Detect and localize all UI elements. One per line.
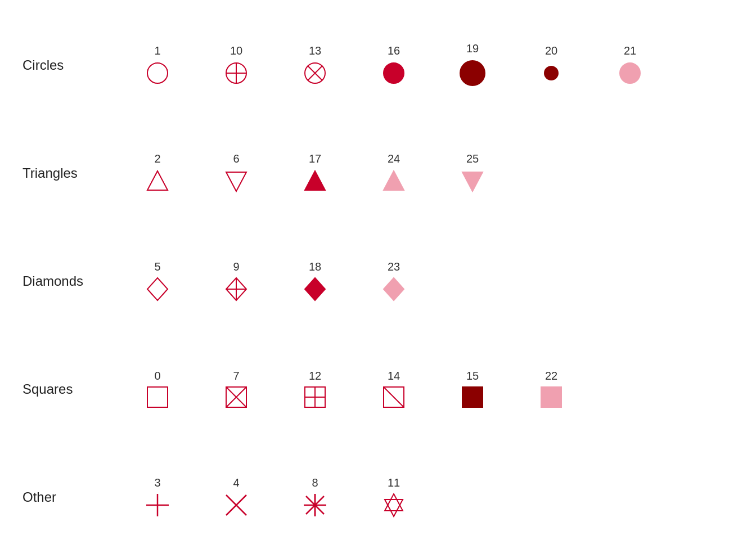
cell-21: 21 [591, 45, 669, 86]
cell-15: 15 [433, 370, 512, 408]
symbol-square-empty [146, 386, 169, 408]
symbol-square-cross [304, 386, 326, 408]
cell-3: 3 [118, 477, 197, 518]
symbol-diamond-empty [145, 277, 170, 302]
number-18: 18 [309, 261, 321, 272]
cell-6: 6 [197, 153, 276, 194]
svg-marker-13 [305, 171, 325, 190]
symbol-circle-filled-large [458, 58, 487, 88]
symbol-triangle-up-empty [145, 169, 170, 194]
svg-point-8 [460, 61, 485, 86]
symbol-circle-x [303, 61, 327, 86]
number-11: 11 [388, 477, 400, 488]
number-24: 24 [388, 153, 400, 164]
cell-0: 0 [118, 370, 197, 408]
cell-25: 25 [433, 153, 512, 194]
cell-24: 24 [354, 153, 433, 194]
svg-marker-20 [305, 278, 325, 300]
svg-point-0 [147, 63, 168, 83]
number-9: 9 [233, 261, 239, 272]
cell-11: 11 [354, 477, 433, 518]
number-5: 5 [154, 261, 160, 272]
number-13: 13 [309, 45, 321, 56]
circles-label: Circles [17, 57, 118, 73]
symbol-triangle-down-light [460, 169, 485, 194]
svg-rect-31 [462, 387, 483, 407]
svg-line-30 [384, 387, 404, 407]
symbol-plus [145, 493, 170, 518]
symbol-triangle-down-empty [224, 169, 249, 194]
cell-23: 23 [354, 261, 433, 302]
number-3: 3 [154, 477, 160, 488]
svg-rect-22 [147, 387, 168, 407]
cell-2: 2 [118, 153, 197, 194]
cell-10: 10 [197, 45, 276, 86]
cell-7: 7 [197, 370, 276, 408]
number-10: 10 [230, 45, 242, 56]
number-7: 7 [233, 370, 239, 381]
cell-16: 16 [354, 45, 433, 86]
cell-20: 20 [512, 45, 591, 86]
svg-marker-14 [384, 171, 404, 190]
number-20: 20 [545, 45, 557, 56]
number-2: 2 [154, 153, 160, 164]
svg-marker-43 [385, 500, 403, 516]
cell-5: 5 [118, 261, 197, 302]
symbol-circle-cross [224, 61, 249, 86]
cell-19: 19 [433, 43, 512, 88]
symbol-diamond-light [381, 277, 406, 302]
cell-9: 9 [197, 261, 276, 302]
number-23: 23 [388, 261, 400, 272]
symbol-circle-filled-small [539, 61, 564, 86]
svg-marker-16 [147, 278, 168, 300]
svg-marker-15 [462, 172, 483, 191]
cell-18: 18 [276, 261, 354, 302]
svg-point-9 [544, 66, 558, 80]
svg-marker-11 [147, 171, 168, 190]
svg-point-10 [620, 63, 640, 83]
symbol-triangle-up-light [381, 169, 406, 194]
cell-4: 4 [197, 477, 276, 518]
symbol-circle-filled-light [618, 61, 642, 86]
symbol-square-x [225, 386, 248, 408]
cell-12: 12 [276, 370, 354, 408]
cell-17: 17 [276, 153, 354, 194]
number-22: 22 [545, 370, 557, 381]
cell-22: 22 [512, 370, 591, 408]
symbol-asterisk [303, 493, 327, 518]
svg-marker-21 [384, 278, 404, 300]
triangles-label: Triangles [17, 165, 118, 181]
number-12: 12 [309, 370, 321, 381]
number-16: 16 [388, 45, 400, 56]
cell-1: 1 [118, 45, 197, 86]
diamonds-label: Diamonds [17, 273, 118, 289]
number-19: 19 [466, 43, 479, 54]
number-0: 0 [154, 370, 160, 381]
number-8: 8 [312, 477, 318, 488]
svg-point-7 [384, 63, 404, 83]
svg-marker-12 [226, 172, 246, 191]
cell-14: 14 [354, 370, 433, 408]
number-17: 17 [309, 153, 321, 164]
svg-marker-42 [385, 494, 403, 511]
number-14: 14 [388, 370, 400, 381]
symbol-square-filled [461, 386, 484, 408]
symbol-grid: Circles 1 10 13 16 [0, 0, 756, 540]
symbol-circle-empty [145, 61, 170, 86]
squares-label: Squares [17, 381, 118, 397]
symbol-square-light [540, 386, 562, 408]
symbol-diamond-cross [224, 277, 249, 302]
number-1: 1 [154, 45, 160, 56]
number-25: 25 [466, 153, 479, 164]
cell-13: 13 [276, 45, 354, 86]
other-label: Other [17, 489, 118, 505]
number-15: 15 [466, 370, 479, 381]
number-6: 6 [233, 153, 239, 164]
symbol-square-diagonal [382, 386, 405, 408]
symbol-circle-filled-medium [381, 61, 406, 86]
symbol-x-mark [224, 493, 249, 518]
svg-rect-32 [541, 387, 561, 407]
symbol-triangle-up-filled [303, 169, 327, 194]
cell-8: 8 [276, 477, 354, 518]
symbol-diamond-filled [303, 277, 327, 302]
